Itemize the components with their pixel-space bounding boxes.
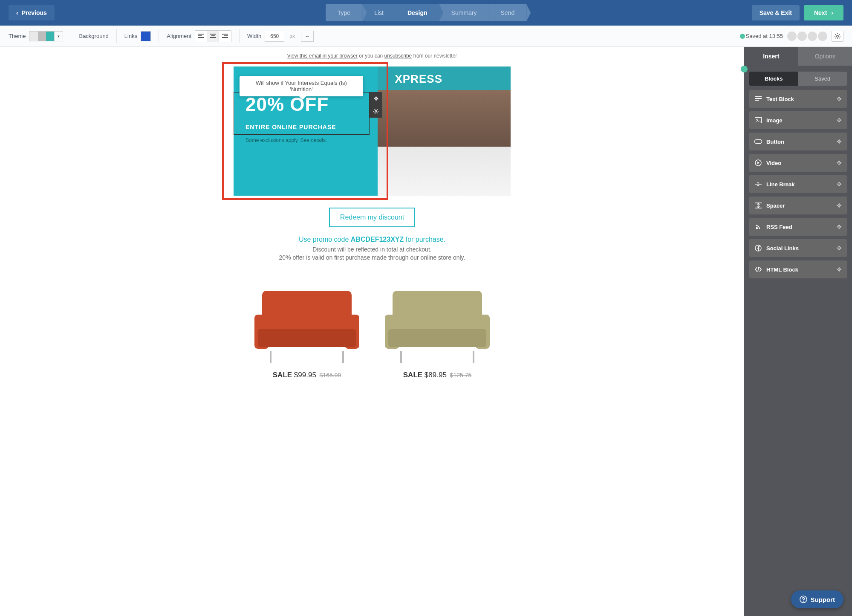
tab-options[interactable]: Options [798, 47, 852, 66]
block-settings-button[interactable] [370, 105, 382, 118]
brand-logo: XPRESS [395, 72, 443, 86]
chevron-left-icon: ‹ [16, 9, 18, 16]
product-card[interactable]: SALE $99.95 $165.99 [249, 291, 364, 379]
step-type[interactable]: Type [326, 4, 362, 21]
saved-dot-icon [740, 34, 745, 39]
gear-icon [834, 33, 841, 40]
products-row: SALE $99.95 $165.99 SALE $89.95 $125.75 [234, 291, 511, 379]
avatar[interactable] [818, 32, 827, 41]
promo-code: ABCDEF123XYZ [351, 236, 404, 243]
next-button[interactable]: Next › [804, 5, 843, 20]
block-image[interactable]: Image ✥ [749, 111, 847, 129]
theme-swatch[interactable] [29, 31, 55, 41]
align-right-icon [222, 34, 228, 39]
alignment-label: Alignment [167, 33, 191, 39]
block-spacer[interactable]: Spacer ✥ [749, 197, 847, 214]
block-video[interactable]: Video ✥ [749, 154, 847, 172]
spacer-icon [754, 202, 762, 209]
code-icon [754, 266, 762, 273]
top-navbar: ‹ Previous Type List Design Summary Send… [0, 0, 852, 26]
save-exit-button[interactable]: Save & Exit [752, 5, 800, 20]
avatar[interactable] [797, 32, 807, 41]
sidebar-marker-icon [741, 66, 748, 72]
main-layout: View this email in your browser or you c… [0, 47, 852, 616]
step-summary[interactable]: Summary [439, 4, 489, 21]
align-center-button[interactable] [207, 31, 219, 42]
button-icon [754, 138, 762, 145]
block-controls: ✥ [370, 92, 382, 118]
hero-overlay[interactable]: Will show if Your Interests Equals (Is) … [234, 67, 378, 196]
move-block-button[interactable]: ✥ [370, 92, 382, 105]
width-expand-button[interactable]: ↔ [301, 31, 314, 42]
background-label[interactable]: Background [79, 33, 108, 39]
drag-icon: ✥ [837, 223, 842, 230]
block-html[interactable]: HTML Block ✥ [749, 260, 847, 278]
drag-icon: ✥ [837, 245, 842, 252]
previous-button[interactable]: ‹ Previous [9, 5, 55, 20]
social-icon [754, 244, 762, 252]
previous-label: Previous [22, 9, 47, 16]
chevron-right-icon: › [831, 9, 833, 16]
subtab-blocks[interactable]: Blocks [749, 72, 798, 86]
unsubscribe-link[interactable]: unsubscribe [384, 53, 412, 59]
align-right-button[interactable] [219, 31, 231, 42]
width-label: Width [247, 33, 261, 39]
redeem-button[interactable]: Redeem my discount [329, 208, 415, 227]
block-text[interactable]: Text Block ✥ [749, 90, 847, 108]
step-design[interactable]: Design [396, 4, 439, 21]
drag-icon: ✥ [837, 159, 842, 166]
alignment-group: Alignment [167, 30, 231, 42]
block-social[interactable]: Social Links ✥ [749, 239, 847, 257]
theme-dropdown[interactable]: ▾ [55, 31, 63, 41]
align-left-icon [198, 34, 204, 39]
svg-point-6 [756, 228, 757, 229]
right-sidebar: Insert Options Blocks Saved Text Block ✥… [744, 47, 852, 616]
block-button[interactable]: Button ✥ [749, 133, 847, 150]
theme-group: Theme ▾ [9, 31, 63, 41]
links-color-swatch[interactable] [141, 31, 151, 41]
move-icon: ✥ [374, 95, 378, 102]
email-body: XPRESS Will show if Your Interests Equal… [234, 67, 511, 379]
step-send[interactable]: Send [489, 4, 527, 21]
help-icon [800, 596, 807, 603]
theme-label: Theme [9, 33, 26, 39]
drag-icon: ✥ [837, 138, 842, 145]
width-input[interactable] [265, 31, 284, 42]
svg-point-0 [837, 35, 838, 37]
blocks-list: Text Block ✥ Image ✥ Button ✥ Video ✥ Li… [744, 90, 852, 278]
block-rss[interactable]: RSS Feed ✥ [749, 218, 847, 236]
svg-point-3 [757, 119, 758, 120]
subtab-saved[interactable]: Saved [798, 72, 847, 86]
step-list[interactable]: List [362, 4, 396, 21]
saved-status: Saved at 13:55 [740, 33, 783, 39]
text-icon [754, 95, 762, 103]
preheader: View this email in your browser or you c… [0, 53, 744, 59]
promo-line: Use promo code ABCDEF123XYZ for purchase… [234, 236, 511, 243]
condition-tooltip: Will show if Your Interests Equals (Is) … [240, 76, 363, 96]
hero-section[interactable]: XPRESS Will show if Your Interests Equal… [234, 67, 511, 196]
align-left-button[interactable] [195, 31, 207, 42]
width-group: Width px ↔ [247, 31, 314, 42]
canvas[interactable]: View this email in your browser or you c… [0, 47, 744, 616]
product-image [384, 291, 491, 363]
settings-button[interactable] [832, 31, 843, 42]
sidebar-tabs: Insert Options [744, 47, 852, 66]
video-icon [754, 159, 762, 167]
avatar[interactable] [787, 32, 797, 41]
tab-insert[interactable]: Insert [744, 47, 798, 66]
next-label: Next [814, 9, 827, 16]
drag-icon: ✥ [837, 181, 842, 188]
block-linebreak[interactable]: Line Break ✥ [749, 175, 847, 193]
view-in-browser-link[interactable]: View this email in your browser [287, 53, 358, 59]
avatar[interactable] [808, 32, 817, 41]
product-image [254, 291, 360, 363]
product-card[interactable]: SALE $89.95 $125.75 [380, 291, 495, 379]
promo-sub-1: Discount will be reflected in total at c… [234, 246, 511, 253]
image-icon [754, 116, 762, 124]
cta-row: Redeem my discount [234, 208, 511, 227]
divider-icon [754, 180, 762, 188]
links-group: Links [124, 31, 151, 41]
support-button[interactable]: Support [791, 590, 844, 608]
width-unit: px [289, 33, 295, 39]
drag-icon: ✥ [837, 95, 842, 102]
